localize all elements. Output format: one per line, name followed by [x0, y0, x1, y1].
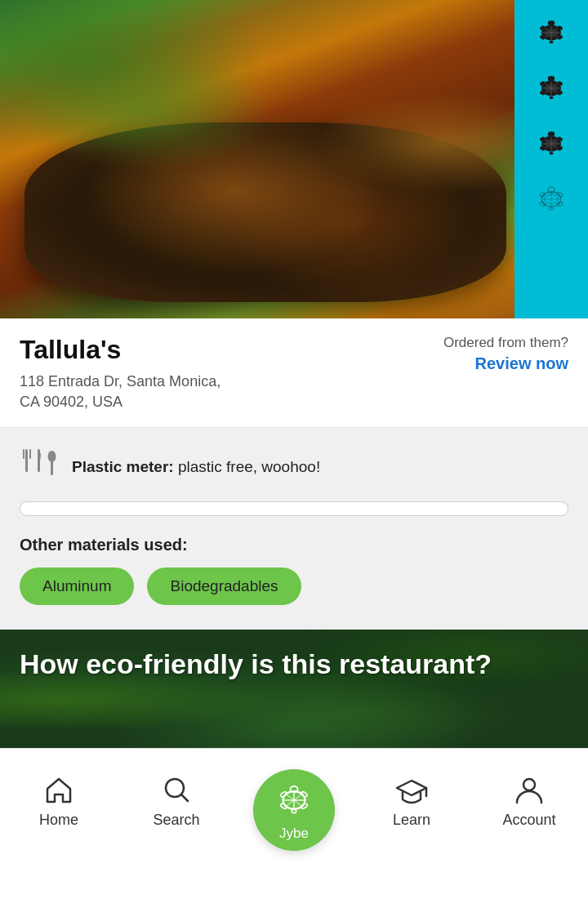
- nav-item-jybe[interactable]: Jybe: [235, 800, 353, 803]
- home-icon: [43, 774, 74, 805]
- restaurant-name: Tallula's: [20, 335, 427, 365]
- turtle-icon-1: [531, 12, 572, 53]
- svg-point-35: [550, 152, 554, 154]
- address-line2: CA 90402, USA: [20, 394, 122, 410]
- nav-item-learn[interactable]: Learn: [353, 774, 470, 829]
- materials-tags-container: Aluminum Biodegradables: [20, 567, 568, 605]
- review-now-button[interactable]: Review now: [475, 354, 568, 372]
- plastic-meter-subtext: plastic free, woohoo!: [174, 458, 321, 475]
- plastic-meter-row: Plastic meter: plastic free, woohoo!: [20, 446, 568, 488]
- turtle-icon-4: [531, 179, 572, 220]
- svg-point-6: [548, 20, 555, 26]
- plastic-meter-label: Plastic meter: plastic free, woohoo!: [72, 458, 320, 476]
- svg-point-65: [292, 809, 296, 813]
- svg-point-62: [301, 791, 308, 798]
- svg-rect-51: [51, 461, 53, 475]
- plastic-meter-bold: Plastic meter:: [72, 458, 174, 475]
- nav-item-account[interactable]: Account: [470, 774, 588, 829]
- bottom-navigation: Home Search: [0, 748, 588, 862]
- svg-point-64: [301, 803, 308, 809]
- svg-point-18: [548, 76, 555, 82]
- account-icon: [514, 774, 545, 805]
- other-materials-title: Other materials used:: [20, 536, 568, 554]
- restaurant-food-image: [0, 0, 588, 318]
- search-nav-label: Search: [153, 812, 199, 829]
- svg-point-45: [550, 207, 554, 210]
- svg-point-67: [523, 779, 535, 790]
- svg-point-42: [557, 192, 564, 198]
- eco-friendly-banner[interactable]: How eco-friendly is this restaurant?: [0, 630, 588, 748]
- jybe-turtle-icon: [272, 778, 316, 822]
- svg-rect-47: [23, 449, 24, 459]
- turtle-icon-2: [531, 68, 572, 109]
- restaurant-info-section: Tallula's 118 Entrada Dr, Santa Monica, …: [0, 318, 588, 428]
- address-line1: 118 Entrada Dr, Santa Monica,: [20, 373, 220, 389]
- svg-point-63: [280, 803, 287, 809]
- svg-line-54: [181, 794, 188, 801]
- eco-banner-text: How eco-friendly is this restaurant?: [0, 630, 588, 682]
- svg-point-41: [539, 192, 546, 198]
- plastic-progress-bar: [20, 501, 568, 516]
- svg-point-52: [48, 451, 56, 462]
- svg-rect-49: [25, 459, 28, 462]
- home-nav-label: Home: [39, 812, 78, 829]
- svg-point-44: [557, 201, 564, 207]
- utensils-icon: [20, 446, 59, 488]
- svg-point-11: [550, 41, 554, 43]
- review-section: Ordered from them? Review now: [443, 335, 568, 373]
- ordered-prompt: Ordered from them?: [443, 335, 568, 351]
- material-tag-aluminum[interactable]: Aluminum: [20, 567, 134, 605]
- learn-icon: [394, 774, 429, 805]
- jybe-center-button[interactable]: Jybe: [253, 769, 335, 851]
- turtle-icon-3: [531, 123, 572, 164]
- svg-point-61: [280, 791, 287, 798]
- jybe-nav-label: Jybe: [279, 826, 309, 842]
- svg-rect-48: [29, 449, 31, 459]
- learn-nav-label: Learn: [393, 812, 430, 829]
- svg-point-30: [548, 131, 555, 137]
- plastic-meter-section: Plastic meter: plastic free, woohoo! Oth…: [0, 428, 588, 630]
- search-icon: [161, 774, 192, 805]
- restaurant-address: 118 Entrada Dr, Santa Monica, CA 90402, …: [20, 372, 427, 412]
- svg-point-23: [550, 96, 554, 99]
- material-tag-biodegradables[interactable]: Biodegradables: [147, 567, 301, 605]
- account-nav-label: Account: [502, 812, 555, 829]
- nav-item-home[interactable]: Home: [0, 774, 118, 829]
- nav-item-search[interactable]: Search: [118, 774, 235, 829]
- hero-image-container: [0, 0, 588, 318]
- teal-sidebar: [514, 0, 588, 318]
- restaurant-details: Tallula's 118 Entrada Dr, Santa Monica, …: [20, 335, 427, 412]
- svg-point-43: [539, 201, 546, 207]
